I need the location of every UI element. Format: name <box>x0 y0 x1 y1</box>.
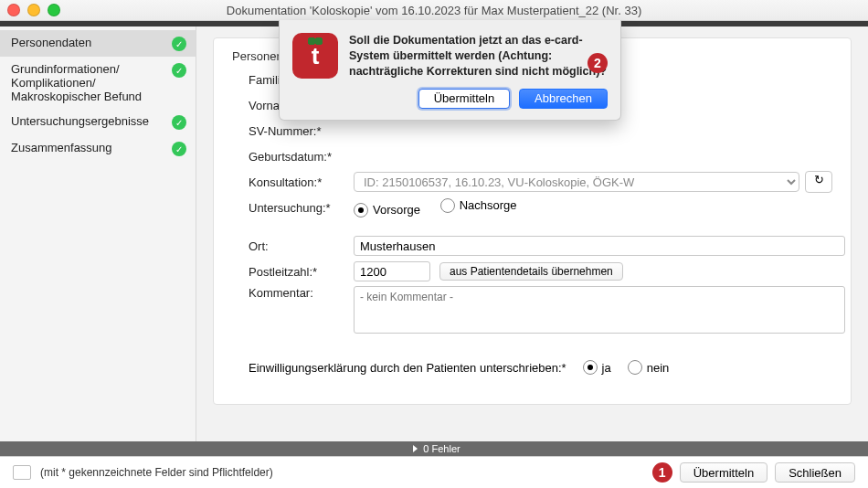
label-einwilligung: Einwilligungserklärung durch den Patient… <box>249 361 566 375</box>
uebermitteln-button[interactable]: Übermitteln <box>680 462 767 483</box>
label-untersuchung: Untersuchung:* <box>249 201 354 215</box>
callout-1: 1 <box>652 462 672 483</box>
footer: (mit * gekennzeichnete Felder sind Pflic… <box>0 456 868 488</box>
confirm-dialog: t Soll die Dokumentation jetzt an das e-… <box>279 20 621 121</box>
sidebar-item-personendaten[interactable]: Personendaten ✓ <box>0 30 196 57</box>
sidebar: Personendaten ✓ Grundinformationen/ Komp… <box>0 27 196 441</box>
ort-input[interactable] <box>354 236 845 256</box>
sidebar-item-untersuchungsergebnisse[interactable]: Untersuchungsergebnisse ✓ <box>0 109 196 135</box>
refresh-button[interactable]: ↻ <box>805 171 832 193</box>
aus-patientendetails-button[interactable]: aus Patientendetails übernehmen <box>439 262 623 281</box>
sidebar-item-label: Zusammenfassung <box>11 141 112 154</box>
print-icon[interactable] <box>13 465 31 480</box>
sidebar-item-label: Grundinformationen/ Komplikationen/ Makr… <box>11 62 142 103</box>
dialog-abbrechen-button[interactable]: Abbrechen <box>519 89 608 109</box>
label-plz: Postleitzahl:* <box>249 265 354 279</box>
dialog-uebermitteln-button[interactable]: Übermitteln <box>418 89 510 109</box>
label-geburtsdatum: Geburtsdatum:* <box>249 150 354 164</box>
radio-nachsorge[interactable]: Nachsorge <box>440 198 517 213</box>
kommentar-textarea[interactable] <box>354 286 845 334</box>
radio-vorsorge[interactable]: Vorsorge <box>354 203 420 217</box>
zoom-window[interactable] <box>48 4 60 16</box>
close-window[interactable] <box>7 4 20 16</box>
radio-dot-icon <box>440 198 455 213</box>
app-icon: t <box>292 33 338 79</box>
callout-2: 2 <box>587 53 608 73</box>
konsultation-select[interactable]: ID: 2150106537, 16.10.23, VU-Koloskopie,… <box>354 172 799 192</box>
check-icon: ✓ <box>172 63 186 78</box>
radio-ja[interactable]: ja <box>583 360 611 375</box>
plz-input[interactable] <box>354 261 430 281</box>
titlebar: Dokumentation 'Koloskopie' vom 16.10.202… <box>0 0 868 21</box>
check-icon: ✓ <box>172 115 186 130</box>
error-count: 0 Fehler <box>423 443 460 454</box>
dialog-message: Soll die Dokumentation jetzt an das e-ca… <box>349 33 608 80</box>
triangle-icon <box>413 445 418 452</box>
radio-dot-icon <box>354 203 368 217</box>
label-svnr: SV-Nummer:* <box>249 124 354 138</box>
sidebar-item-label: Untersuchungsergebnisse <box>11 114 149 128</box>
sidebar-item-grundinformationen[interactable]: Grundinformationen/ Komplikationen/ Makr… <box>0 57 196 109</box>
radio-dot-icon <box>628 360 642 375</box>
footer-note: (mit * gekennzeichnete Felder sind Pflic… <box>40 466 273 479</box>
label-konsultation: Konsultation:* <box>249 175 354 189</box>
sidebar-item-zusammenfassung[interactable]: Zusammenfassung ✓ <box>0 135 196 162</box>
label-kommentar: Kommentar: <box>249 286 354 300</box>
radio-nein[interactable]: nein <box>628 360 670 375</box>
check-icon: ✓ <box>172 142 186 156</box>
label-ort: Ort: <box>249 239 354 253</box>
error-bar[interactable]: 0 Fehler <box>0 441 868 456</box>
window-title: Dokumentation 'Koloskopie' vom 16.10.202… <box>0 4 868 17</box>
schliessen-button[interactable]: Schließen <box>775 462 855 483</box>
traffic-lights <box>7 4 60 16</box>
radio-dot-icon <box>583 360 598 375</box>
minimize-window[interactable] <box>27 4 40 16</box>
check-icon: ✓ <box>172 37 186 51</box>
sidebar-item-label: Personendaten <box>11 36 91 49</box>
